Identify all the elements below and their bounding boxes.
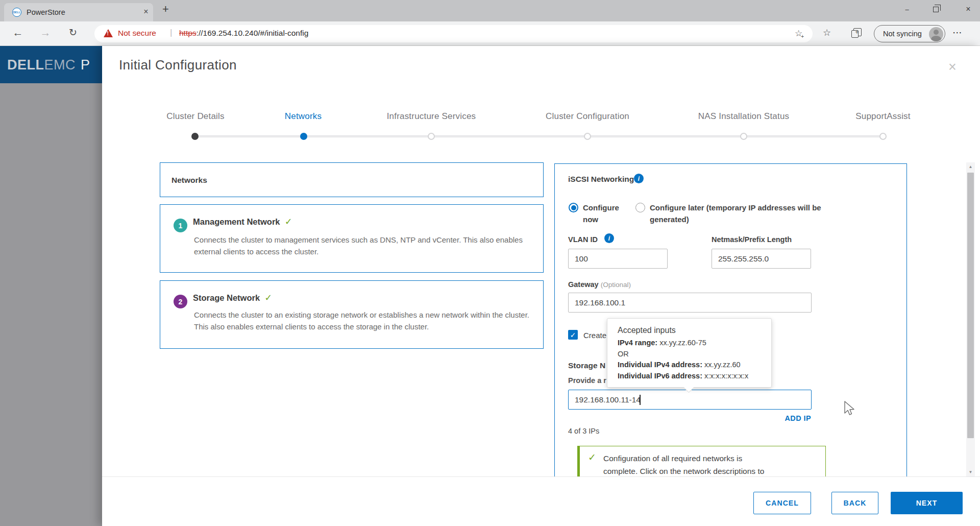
gateway-input[interactable] <box>568 293 812 313</box>
netmask-label: Netmask/Prefix Length <box>712 235 792 244</box>
new-tab-button[interactable]: + <box>162 3 169 16</box>
add-favorite-star-icon[interactable]: ☆+ <box>795 28 805 39</box>
configure-later-label[interactable]: Configure later (temporary IP addresses … <box>650 202 834 225</box>
next-button[interactable]: NEXT <box>891 492 963 514</box>
plus-glyph: + <box>855 29 859 36</box>
tooltip-bold: Individual IPv4 address: <box>618 361 702 369</box>
minimize-icon: – <box>905 6 909 13</box>
iscsi-networking-title: iSCSI Networking <box>568 175 634 184</box>
browser-tab-bar: DELL PowerStore × + – × <box>0 0 980 21</box>
favorites-bar-icon[interactable]: ☆ <box>823 27 831 38</box>
address-bar[interactable]: ! Not secure | https://169.254.10.240/#/… <box>94 25 813 42</box>
create-checkbox-label[interactable]: Create <box>583 331 606 340</box>
tooltip-text: x:x:x:x:x:x:x:x <box>704 372 748 380</box>
star-plus-glyph: + <box>801 34 804 39</box>
step-1-badge: 1 <box>174 219 187 232</box>
vlan-info-icon[interactable]: i <box>604 233 614 243</box>
accepted-inputs-tooltip: Accepted inputs IPv4 range: xx.yy.zz.60-… <box>607 318 772 388</box>
iscsi-networking-panel: iSCSI Networking i Configure now Configu… <box>554 163 907 476</box>
storage-network-title: Storage Network ✓ <box>193 292 272 303</box>
url-text[interactable]: https://169.254.10.240/#/initial-config <box>179 29 308 38</box>
text-caret <box>640 395 641 405</box>
tooltip-line: IPv4 range: xx.yy.zz.60-75 <box>618 339 771 347</box>
address-divider: | <box>170 28 172 38</box>
browser-tab[interactable]: DELL PowerStore × <box>4 3 153 21</box>
storage-network-ips-label: Storage N <box>568 361 605 370</box>
url-rest: ://169.254.10.240/#/initial-config <box>197 29 309 37</box>
refresh-button[interactable]: ↻ <box>65 27 81 38</box>
tooltip-text: xx.yy.zz.60-75 <box>659 339 706 347</box>
add-ip-link[interactable]: ADD IP <box>568 414 811 422</box>
success-message: Configuration of all required networks i… <box>603 452 774 476</box>
gateway-label-text: Gateway <box>568 280 599 289</box>
management-network-desc: Connects the cluster to management servi… <box>194 234 528 257</box>
powerstore-header-bar: DELLEMCP <box>0 46 110 83</box>
dialog-close-icon[interactable]: × <box>948 59 957 75</box>
step-dot-todo[interactable] <box>879 133 887 140</box>
collections-icon[interactable]: + <box>853 28 862 36</box>
tab-title: PowerStore <box>27 8 65 16</box>
checkbox-check-icon: ✓ <box>570 331 576 339</box>
storage-ip-input[interactable] <box>568 390 812 410</box>
warning-exclamation: ! <box>107 31 109 36</box>
tooltip-bold: IPv4 range: <box>618 339 657 347</box>
configure-now-radio[interactable] <box>569 203 578 212</box>
initial-configuration-dialog: Initial Configuration × Cluster Details … <box>102 46 980 526</box>
configure-now-label[interactable]: Configure now <box>583 202 629 225</box>
step-dot-todo[interactable] <box>428 133 435 140</box>
profile-button[interactable]: Not syncing <box>874 25 945 42</box>
configure-later-radio[interactable] <box>635 203 645 212</box>
management-network-card[interactable]: 1 Management Network ✓ Connects the clus… <box>160 204 544 273</box>
provide-range-label: Provide a r <box>568 376 606 385</box>
content-divider <box>102 476 980 477</box>
scrollbar-thumb[interactable] <box>967 173 974 438</box>
step-supportassist[interactable]: SupportAssist <box>806 111 960 122</box>
back-button[interactable]: ← <box>10 27 26 39</box>
storage-network-desc: Connects the cluster to an existing stor… <box>194 309 541 332</box>
netmask-input[interactable] <box>712 249 811 269</box>
step-dot-todo[interactable] <box>584 133 591 140</box>
logo-emc: EMC <box>44 57 76 73</box>
ip-count-label: 4 of 3 IPs <box>568 427 599 435</box>
forward-button[interactable]: → <box>38 27 53 39</box>
tooltip-title: Accepted inputs <box>618 326 771 335</box>
create-checkbox[interactable]: ✓ <box>568 330 578 340</box>
scroll-up-icon[interactable]: ▲ <box>966 164 975 169</box>
storage-network-card[interactable]: 2 Storage Network ✓ Connects the cluster… <box>160 280 544 349</box>
screen: DELL PowerStore × + – × ← → ↻ ! Not secu… <box>0 0 980 526</box>
window-restore-button[interactable] <box>933 7 939 12</box>
tooltip-line: Individual IPv4 address: xx.yy.zz.60 <box>618 361 771 369</box>
dimmed-background: DELLEMCP <box>0 46 110 526</box>
step-nas-installation-status[interactable]: NAS Installation Status <box>667 111 820 122</box>
cancel-button[interactable]: CANCEL <box>753 492 811 514</box>
gateway-label: Gateway (Optional) <box>568 280 631 289</box>
vlan-input[interactable] <box>568 249 668 269</box>
step-infrastructure-services[interactable]: Infrastructure Services <box>355 111 508 122</box>
scroll-down-icon[interactable]: ▼ <box>966 470 975 474</box>
tab-close-icon[interactable]: × <box>141 7 151 16</box>
window-close-button[interactable]: × <box>957 0 980 18</box>
back-button-dialog[interactable]: BACK <box>831 492 878 514</box>
star-glyph: ☆ <box>823 28 831 38</box>
iscsi-info-icon[interactable]: i <box>634 174 644 183</box>
networks-group-title: Networks <box>172 176 207 185</box>
success-check-icon: ✓ <box>285 217 292 227</box>
tooltip-text: OR <box>618 350 629 358</box>
browser-menu-icon[interactable]: ⋯ <box>952 27 963 38</box>
success-check-icon: ✓ <box>588 451 596 463</box>
panel-scrollbar[interactable]: ▲ ▼ <box>966 162 975 476</box>
success-check-icon: ✓ <box>264 293 272 303</box>
dellemc-logo: DELLEMCP <box>7 57 90 73</box>
step-dot-todo[interactable] <box>740 133 747 140</box>
step-dot-active[interactable] <box>300 133 307 140</box>
close-icon: × <box>966 5 970 14</box>
step-cluster-configuration[interactable]: Cluster Configuration <box>511 111 664 122</box>
vlan-id-label: VLAN ID <box>568 235 598 244</box>
tooltip-line: Individual IPv6 address: x:x:x:x:x:x:x:x <box>618 372 771 380</box>
window-minimize-button[interactable]: – <box>895 0 919 18</box>
step-dot-done[interactable] <box>191 133 199 140</box>
step-2-badge: 2 <box>174 295 187 308</box>
not-secure-label[interactable]: Not secure <box>118 29 156 38</box>
management-network-title: Management Network ✓ <box>193 216 292 227</box>
optional-hint: (Optional) <box>601 281 631 289</box>
